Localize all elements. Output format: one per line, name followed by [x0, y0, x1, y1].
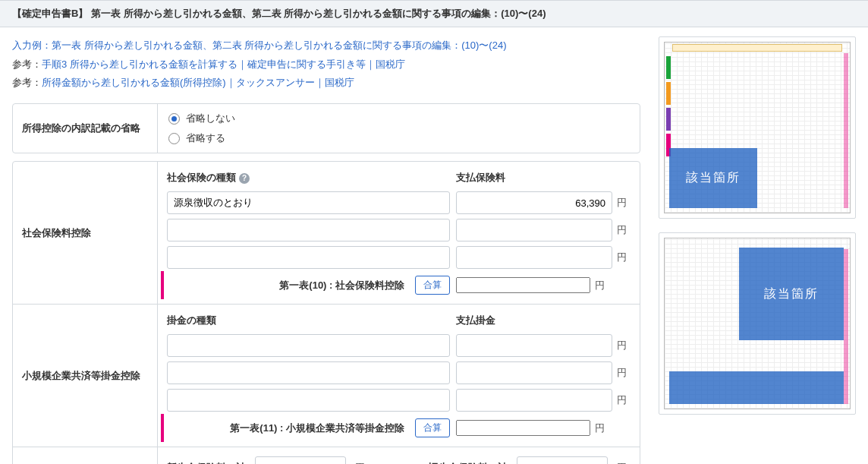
omit-radio-no[interactable]: 省略しない: [168, 112, 629, 125]
sme-amount-input-0[interactable]: [456, 334, 612, 357]
life-old-label: 旧生命保険料の計: [429, 461, 508, 464]
sme-amount-head: 支払掛金: [456, 314, 631, 327]
ref-prefix-1: 参考：: [12, 58, 42, 70]
sme-type-head: 掛金の種類: [167, 314, 450, 327]
omit-radio-yes-label: 省略する: [186, 131, 225, 145]
social-amount-input-0[interactable]: [456, 191, 612, 214]
omit-panel: 所得控除の内訳記載の省略 省略しない 省略する: [12, 103, 640, 153]
life-section-label: [13, 447, 157, 464]
ref-link-2[interactable]: 所得金額から差し引かれる金額(所得控除)｜タックスアンサー｜国税庁: [42, 77, 354, 88]
radio-icon: [168, 133, 180, 144]
help-icon[interactable]: ?: [239, 173, 250, 184]
social-type-head: 社会保険の種類?: [167, 171, 450, 185]
sme-section-label: 小規模企業共済等掛金控除: [13, 305, 157, 447]
form-thumbnail-1[interactable]: 該当箇所: [659, 36, 856, 219]
highlight-label: 該当箇所: [739, 248, 844, 340]
sme-type-input-1[interactable]: [167, 361, 450, 384]
sme-total-label: 第一表(11) : 小規模企業共済等掛金控除: [167, 421, 409, 435]
deductions-panel: 社会保険料控除 社会保険の種類? 支払保険料 円 円: [12, 161, 640, 464]
sme-amount-input-2[interactable]: [456, 389, 612, 412]
social-sum-button[interactable]: 合算: [415, 276, 450, 295]
sme-type-input-0[interactable]: [167, 334, 450, 357]
omit-radio-yes[interactable]: 省略する: [168, 131, 629, 145]
ref-prefix-2: 参考：: [12, 77, 42, 88]
radio-icon: [168, 113, 180, 125]
ref-link-1[interactable]: 手順3 所得から差し引かれる金額を計算する｜確定申告に関する手引き等｜国税庁: [42, 58, 405, 70]
social-amount-head: 支払保険料: [456, 171, 631, 185]
example-link[interactable]: 入力例：第一表 所得から差し引かれる金額、第二表 所得から差し引かれる金額に関す…: [12, 39, 506, 51]
social-amount-input-1[interactable]: [456, 219, 612, 241]
page-title: 【確定申告書B】 第一表 所得から差し引かれる金額、第二表 所得から差し引かれる…: [0, 0, 868, 27]
social-amount-input-2[interactable]: [456, 246, 612, 269]
highlight-label: 該当箇所: [669, 148, 757, 208]
omit-label: 所得控除の内訳記載の省略: [13, 104, 157, 153]
sme-amount-input-1[interactable]: [456, 361, 612, 384]
reference-links: 入力例：第一表 所得から差し引かれる金額、第二表 所得から差し引かれる金額に関す…: [12, 36, 640, 93]
sme-sum-button[interactable]: 合算: [415, 418, 450, 437]
form-thumbnail-2[interactable]: 該当箇所: [659, 232, 856, 415]
social-section-label: 社会保険料控除: [13, 162, 157, 304]
sme-type-input-2[interactable]: [167, 389, 450, 412]
life-new-label: 新生命保険料の計: [167, 461, 246, 464]
life-old-input[interactable]: [517, 456, 608, 464]
omit-radio-no-label: 省略しない: [186, 112, 235, 125]
social-total-input[interactable]: [456, 277, 590, 293]
social-type-input-2[interactable]: [167, 246, 450, 269]
social-type-input-0[interactable]: [167, 191, 450, 214]
life-new-input[interactable]: [255, 456, 346, 464]
social-total-label: 第一表(10) : 社会保険料控除: [167, 279, 409, 292]
social-type-input-1[interactable]: [167, 219, 450, 241]
sme-total-input[interactable]: [456, 420, 590, 436]
